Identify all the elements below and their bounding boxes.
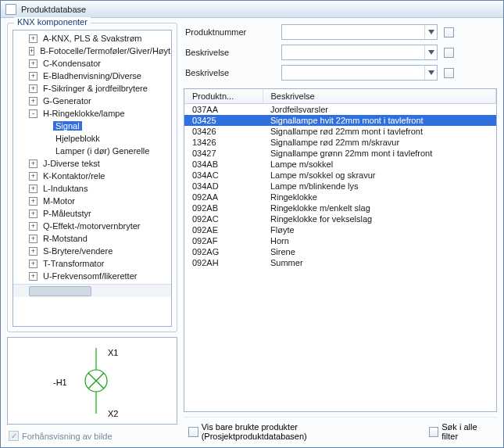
product-table[interactable]: Produktn... Beskrivelse 037AAJordfeilsva…	[184, 88, 497, 412]
tree-node-label[interactable]: F-Sikringer & jordfeilbrytere	[41, 84, 150, 93]
expand-icon[interactable]: +	[29, 210, 38, 218]
expand-icon[interactable]: +	[29, 34, 38, 43]
table-row[interactable]: 092AARingeklokke	[184, 192, 496, 202]
cell-productnumber: 034AD	[184, 181, 263, 192]
tree-node[interactable]: Lamper (i dør) Generelle	[15, 145, 170, 157]
tree-node[interactable]: +C-Kondensator	[15, 57, 170, 70]
tree-node[interactable]: +K-Kontaktor/rele	[15, 170, 170, 182]
tree-node[interactable]: +E-Bladhenvisning/Diverse	[15, 70, 170, 82]
tree-node[interactable]: +B-Fotocelle/Termoføler/Giver/Høyt	[15, 45, 170, 57]
tree-node[interactable]: +S-Brytere/vendere	[15, 245, 170, 257]
tree-node-label[interactable]: E-Bladhenvisning/Diverse	[41, 71, 144, 81]
tree-node-label[interactable]: R-Motstand	[41, 234, 90, 243]
tree-node[interactable]: +T-Transformator	[15, 257, 170, 270]
tree-node-label[interactable]: S-Brytere/vendere	[41, 246, 115, 256]
table-header-row[interactable]: Produktn... Beskrivelse	[184, 89, 496, 104]
expand-icon[interactable]: +	[29, 272, 38, 281]
scrollbar-thumb[interactable]	[29, 286, 91, 296]
table-row[interactable]: 092AFHorn	[184, 235, 496, 246]
titlebar[interactable]: Produktdatabase	[1, 1, 503, 18]
only-used-checkbox[interactable]	[188, 427, 198, 437]
tree-node-label[interactable]: C-Kondensator	[41, 59, 103, 68]
tree-node-label[interactable]: Lamper (i dør) Generelle	[53, 146, 152, 156]
tree-node[interactable]: Signal	[15, 120, 170, 132]
tree-node[interactable]: +M-Motor	[15, 195, 170, 207]
tree-node-label[interactable]: G-Generator	[41, 96, 94, 106]
table-row[interactable]: 03427Signallampe grønn 22mm mont i tavle…	[184, 148, 496, 159]
tree-node-label[interactable]: B-Fotocelle/Termoføler/Giver/Høyt	[38, 46, 172, 56]
search-all-row[interactable]: Søk i alle filter	[427, 421, 494, 441]
tree-node-label[interactable]: P-Måleutstyr	[41, 209, 94, 218]
table-row[interactable]: 092ABRingeklokke m/enkelt slag	[184, 202, 496, 213]
tree-node-label[interactable]: A-KNX, PLS & Svakstrøm	[41, 34, 145, 43]
expand-icon[interactable]: +	[29, 172, 38, 181]
tree-node-label[interactable]: L-Induktans	[41, 184, 90, 193]
expand-icon[interactable]: +	[29, 72, 38, 81]
svg-text:-H1: -H1	[53, 378, 67, 387]
collapse-icon[interactable]: -	[29, 109, 38, 118]
preview-checkbox-row[interactable]: Forhånsvisning av bilde	[7, 429, 177, 441]
tree-node-label[interactable]: T-Transformator	[41, 259, 106, 268]
description2-combo[interactable]	[281, 65, 438, 81]
expand-icon[interactable]: +	[29, 97, 38, 106]
tree-node-label[interactable]: Signal	[53, 121, 82, 131]
table-row[interactable]: 037AAJordfeilsvarsler	[184, 104, 496, 116]
only-used-row[interactable]: Vis bare brukte produkter (Prosjektprodu…	[187, 421, 399, 441]
tree-node[interactable]: +F-Sikringer & jordfeilbrytere	[15, 82, 170, 95]
tree-node[interactable]: Hjelpeblokk	[15, 132, 170, 145]
description2-filter-checkbox[interactable]	[444, 68, 454, 78]
table-row[interactable]: 034ACLampe m/sokkel og skravur	[184, 170, 496, 181]
chevron-down-icon[interactable]	[424, 66, 437, 80]
table-row[interactable]: 092ACRingeklokke for vekselslag	[184, 213, 496, 224]
preview-checkbox[interactable]	[9, 431, 19, 441]
tree-node[interactable]: +R-Motstand	[15, 232, 170, 245]
tree-horizontal-scrollbar[interactable]	[13, 284, 171, 297]
tree-node[interactable]: +A-KNX, PLS & Svakstrøm	[15, 32, 170, 45]
productnumber-combo[interactable]	[281, 24, 438, 40]
tree-node[interactable]: +Q-Effekt-/motorvernbryter	[15, 220, 170, 232]
tree-node[interactable]: +U-Frekvensomf/likeretter	[15, 270, 170, 282]
chevron-down-icon[interactable]	[424, 45, 437, 59]
expand-icon[interactable]: +	[29, 222, 38, 231]
table-row[interactable]: 092AHSummer	[184, 257, 496, 268]
description1-filter-checkbox[interactable]	[444, 48, 454, 58]
tree-node-label[interactable]: M-Motor	[41, 196, 77, 206]
expand-icon[interactable]: +	[29, 47, 34, 56]
tree-node-label[interactable]: K-Kontaktor/rele	[41, 171, 107, 181]
productnumber-filter-checkbox[interactable]	[444, 27, 454, 38]
tree-node[interactable]: +J-Diverse tekst	[15, 157, 170, 170]
expand-icon[interactable]: +	[29, 159, 38, 168]
expand-icon[interactable]: +	[29, 59, 38, 68]
tree-node-label[interactable]: J-Diverse tekst	[41, 159, 102, 168]
component-tree[interactable]: +A-KNX, PLS & Svakstrøm+B-Fotocelle/Term…	[13, 30, 172, 327]
tree-node-label[interactable]: Q-Effekt-/motorvernbryter	[41, 221, 143, 231]
cell-productnumber: 034AC	[184, 170, 263, 181]
expand-icon[interactable]: +	[29, 84, 38, 93]
tree-node[interactable]: +G-Generator	[15, 95, 170, 107]
table-row[interactable]: 034ABLampe m/sokkel	[184, 159, 496, 170]
table-row[interactable]: 03426Signallampe rød 22mm mont i tavlefr…	[184, 126, 496, 137]
search-all-checkbox[interactable]	[429, 427, 439, 437]
description1-combo[interactable]	[281, 45, 438, 60]
symbol-preview: -H1 X1 X2	[7, 337, 177, 425]
table-row[interactable]: 13426Signallampe rød 22mm m/skravur	[184, 137, 496, 148]
expand-icon[interactable]: +	[29, 197, 38, 206]
tree-node-label[interactable]: H-Ringeklokke/lampe	[41, 109, 127, 118]
col-description[interactable]: Beskrivelse	[263, 89, 496, 104]
tree-node[interactable]: +L-Induktans	[15, 182, 170, 195]
table-row[interactable]: 092AGSirene	[184, 246, 496, 257]
expand-icon[interactable]: +	[29, 235, 38, 243]
tree-node[interactable]: +P-Måleutstyr	[15, 207, 170, 220]
col-productnumber[interactable]: Produktn...	[184, 89, 263, 104]
tree-node[interactable]: -H-Ringeklokke/lampe	[15, 107, 170, 120]
table-row[interactable]: 03425Signallampe hvit 22mm mont i tavlef…	[184, 115, 496, 126]
expand-icon[interactable]: +	[29, 247, 38, 256]
tree-node-label[interactable]: U-Frekvensomf/likeretter	[41, 271, 139, 281]
tree-node-label[interactable]: Hjelpeblokk	[53, 134, 102, 143]
table-row[interactable]: 092AEFløyte	[184, 224, 496, 235]
expand-icon[interactable]: +	[29, 260, 38, 268]
tree-indent	[41, 134, 50, 143]
chevron-down-icon[interactable]	[424, 25, 437, 39]
expand-icon[interactable]: +	[29, 185, 38, 193]
table-row[interactable]: 034ADLampe m/blinkende lys	[184, 181, 496, 192]
